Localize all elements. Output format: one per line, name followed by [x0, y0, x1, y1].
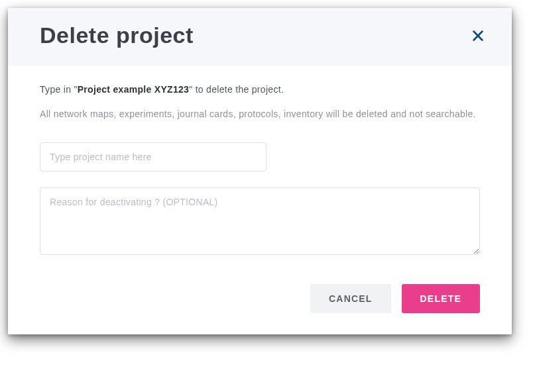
close-button[interactable] — [468, 26, 488, 46]
instruction-text: Type in "Project example XYZ123" to dele… — [40, 84, 480, 95]
delete-project-modal: Delete project Type in "Project example … — [8, 8, 512, 334]
delete-button[interactable]: DELETE — [402, 284, 480, 313]
reason-textarea[interactable] — [40, 187, 480, 255]
modal-title: Delete project — [40, 23, 194, 48]
close-icon — [471, 28, 485, 43]
modal-header: Delete project — [8, 8, 512, 66]
modal-body: Type in "Project example XYZ123" to dele… — [8, 66, 512, 264]
instruction-prefix: Type in " — [40, 84, 78, 95]
instruction-suffix: " to delete the project. — [189, 84, 284, 95]
warning-text: All network maps, experiments, journal c… — [40, 107, 480, 121]
project-name-input[interactable] — [40, 142, 266, 172]
project-name: Project example XYZ123 — [78, 84, 189, 95]
cancel-button[interactable]: CANCEL — [310, 284, 391, 313]
modal-footer: CANCEL DELETE — [8, 264, 512, 334]
